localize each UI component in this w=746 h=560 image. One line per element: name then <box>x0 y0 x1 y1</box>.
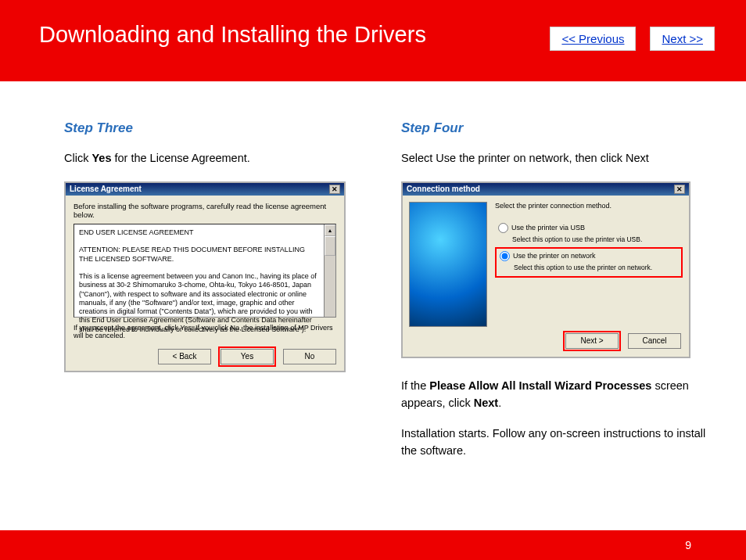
close-icon[interactable]: ✕ <box>674 185 685 194</box>
page-header: Downloading and Installing the Drivers <… <box>0 0 746 81</box>
scroll-up-icon[interactable]: ▴ <box>325 224 335 236</box>
option-usb[interactable]: Use the printer via USB Select this opti… <box>495 221 683 246</box>
connection-method-dialog: Connection method ✕ Select the printer c… <box>401 181 690 358</box>
dialog-next-button[interactable]: Next > <box>565 333 619 349</box>
step-four-column: Step Four Select Use the printer on netw… <box>401 120 707 460</box>
radio-network[interactable] <box>500 251 510 261</box>
back-button[interactable]: < Back <box>158 349 211 364</box>
page-footer: 9 <box>0 530 746 560</box>
select-instruction: Select the printer connection method. <box>495 202 683 210</box>
license-text-box: END USER LICENSE AGREEMENT ATTENTION: PL… <box>74 224 336 318</box>
connection-graphic <box>409 202 487 327</box>
page-title: Downloading and Installing the Drivers <box>39 22 426 48</box>
yes-button[interactable]: Yes <box>221 349 274 364</box>
scroll-thumb[interactable] <box>325 236 335 256</box>
step-three-title: Step Three <box>64 120 370 136</box>
dialog-titlebar: License Agreement ✕ <box>66 183 344 196</box>
dialog-titlebar: Connection method ✕ <box>403 183 689 196</box>
page-number: 9 <box>685 539 691 551</box>
dialog-cancel-button[interactable]: Cancel <box>628 333 681 349</box>
step-three-text: Click Yes for the License Agreement. <box>64 150 370 167</box>
nav-buttons: << Previous Next >> <box>550 27 715 51</box>
previous-button[interactable]: << Previous <box>550 27 636 51</box>
installation-starts-text: Installation starts. Follow any on-scree… <box>401 425 707 460</box>
radio-usb[interactable] <box>498 223 508 233</box>
step-three-column: Step Three Click Yes for the License Agr… <box>64 120 370 460</box>
close-icon[interactable]: ✕ <box>329 185 340 194</box>
step-four-text: Select Use the printer on network, then … <box>401 150 707 167</box>
license-intro: Before installing the software programs,… <box>74 202 336 219</box>
option-network[interactable]: Use the printer on network Select this o… <box>495 247 683 278</box>
content-area: Step Three Click Yes for the License Agr… <box>0 81 746 460</box>
allow-wizard-text: If the Please Allow All Install Wizard P… <box>401 377 707 412</box>
license-agreement-dialog: License Agreement ✕ Before installing th… <box>64 181 346 372</box>
step-four-title: Step Four <box>401 120 707 136</box>
no-button[interactable]: No <box>283 349 336 364</box>
next-button[interactable]: Next >> <box>650 27 715 51</box>
scrollbar[interactable]: ▴ <box>324 224 335 317</box>
